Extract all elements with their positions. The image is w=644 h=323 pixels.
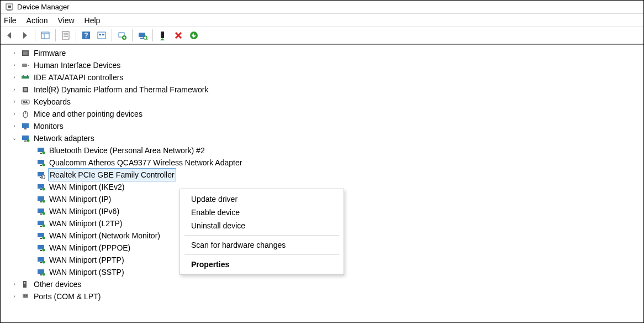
show-hide-tree-button[interactable]	[39, 29, 52, 42]
category-node[interactable]: › Monitors	[10, 120, 643, 132]
context-menu-item[interactable]: Properties	[180, 258, 344, 271]
toolbar-separator	[35, 29, 35, 41]
keyboard-icon	[20, 97, 30, 106]
category-label: Keyboards	[33, 96, 72, 108]
toolbar-separator	[152, 29, 153, 41]
category-node[interactable]: › Human Interface Devices	[10, 59, 643, 71]
context-menu-separator	[184, 254, 339, 255]
enable-button[interactable]	[156, 29, 170, 42]
svg-rect-6	[62, 32, 69, 39]
network-adapter-icon	[36, 231, 46, 240]
svg-rect-21	[161, 32, 164, 38]
context-menu-item[interactable]: Scan for hardware changes	[180, 238, 344, 252]
back-button[interactable]	[3, 29, 16, 42]
forward-button[interactable]	[18, 29, 31, 42]
device-label: WAN Miniport (IKEv2)	[48, 181, 125, 193]
help-button[interactable]: ?	[80, 29, 93, 42]
chevron-right-icon[interactable]: ›	[10, 110, 18, 118]
context-menu-separator	[184, 235, 339, 236]
menu-file[interactable]: File	[4, 16, 17, 25]
svg-rect-18	[140, 38, 144, 39]
chevron-right-icon[interactable]: ›	[10, 61, 18, 69]
category-node[interactable]: ⌄ Network adapters	[10, 132, 643, 144]
app-icon	[5, 3, 14, 12]
expander-placeholder	[26, 244, 34, 252]
expander-placeholder	[26, 256, 34, 264]
category-label: Other devices	[33, 278, 82, 290]
expander-placeholder	[26, 220, 34, 227]
svg-rect-1	[8, 6, 11, 8]
expander-placeholder	[26, 232, 34, 239]
uninstall-button[interactable]	[172, 29, 185, 42]
category-node[interactable]: › IDE ATA/ATAPI controllers	[10, 71, 643, 84]
network-icon	[20, 134, 30, 143]
scan-button[interactable]	[136, 29, 149, 42]
category-node[interactable]: › Firmware	[10, 47, 643, 59]
category-label: Ports (COM & LPT)	[33, 290, 102, 303]
properties-button[interactable]	[59, 29, 72, 42]
mouse-icon	[20, 110, 30, 118]
menu-view[interactable]: View	[57, 16, 74, 25]
category-label: IDE ATA/ATAPI controllers	[33, 71, 124, 84]
device-node[interactable]: Qualcomm Atheros QCA9377 Wireless Networ…	[26, 157, 643, 169]
window-title: Device Manager	[17, 3, 70, 11]
toolbar-separator	[132, 29, 133, 41]
menu-action[interactable]: Action	[27, 16, 48, 25]
network-adapter-icon	[36, 195, 46, 204]
svg-rect-14	[102, 34, 104, 35]
context-menu-item[interactable]: Uninstall device	[180, 219, 344, 232]
device-label: Bluetooth Device (Personal Area Network)…	[48, 144, 206, 157]
chevron-right-icon[interactable]: ›	[10, 122, 18, 130]
titlebar: Device Manager	[1, 1, 643, 14]
network-adapter-icon	[36, 170, 46, 179]
action-center-button[interactable]	[95, 29, 108, 42]
chevron-right-icon[interactable]: ›	[10, 74, 18, 81]
network-adapter-icon	[36, 219, 46, 228]
svg-rect-3	[41, 32, 49, 39]
expander-placeholder	[26, 195, 34, 203]
svg-rect-2	[7, 10, 12, 11]
category-node[interactable]: › Other devices	[10, 278, 643, 290]
chevron-right-icon[interactable]: ›	[10, 49, 18, 57]
network-adapter-icon	[36, 207, 46, 216]
chevron-right-icon[interactable]: ›	[10, 280, 18, 288]
chevron-right-icon[interactable]: ›	[10, 98, 18, 106]
chevron-right-icon[interactable]: ›	[10, 293, 18, 300]
menu-help[interactable]: Help	[85, 16, 101, 25]
expander-placeholder	[26, 183, 34, 191]
network-adapter-icon	[36, 243, 46, 252]
category-node[interactable]: › Mice and other pointing devices	[10, 108, 643, 120]
firmware-icon	[20, 49, 30, 58]
expander-placeholder	[26, 171, 34, 179]
ports-icon	[20, 292, 30, 301]
context-menu: Update driverEnable deviceUninstall devi…	[180, 189, 344, 275]
device-node[interactable]: Bluetooth Device (Personal Area Network)…	[26, 144, 643, 157]
category-label: Intel(R) Dynamic Platform and Thermal Fr…	[33, 84, 209, 96]
context-menu-item[interactable]: Update driver	[180, 192, 344, 206]
add-hardware-button[interactable]	[187, 29, 200, 42]
device-label: WAN Miniport (Network Monitor)	[48, 230, 161, 242]
device-label: Qualcomm Atheros QCA9377 Wireless Networ…	[48, 157, 243, 169]
ide-icon	[20, 73, 30, 82]
category-node[interactable]: › Keyboards	[10, 96, 643, 108]
update-driver-button[interactable]	[115, 29, 129, 42]
network-adapter-icon	[36, 158, 46, 167]
network-adapter-icon	[36, 183, 46, 191]
hid-icon	[20, 61, 30, 70]
expander-placeholder	[26, 207, 34, 215]
category-node[interactable]: › Intel(R) Dynamic Platform and Thermal …	[10, 84, 643, 96]
device-label: WAN Miniport (PPPOE)	[48, 242, 131, 254]
network-adapter-icon	[36, 146, 46, 155]
chevron-right-icon[interactable]: ›	[10, 86, 18, 93]
device-label: WAN Miniport (PPTP)	[48, 254, 125, 266]
svg-line-20	[146, 39, 147, 40]
category-label: Mice and other pointing devices	[33, 108, 144, 120]
thermal-icon	[20, 85, 30, 94]
svg-rect-13	[99, 34, 101, 35]
menubar: File Action View Help	[1, 14, 643, 27]
device-node[interactable]: Realtek PCIe GBE Family Controller	[26, 169, 643, 181]
chevron-down-icon[interactable]: ⌄	[10, 134, 18, 142]
category-label: Human Interface Devices	[33, 59, 122, 71]
context-menu-item[interactable]: Enable device	[180, 206, 344, 219]
category-node[interactable]: › Ports (COM & LPT)	[10, 290, 643, 303]
